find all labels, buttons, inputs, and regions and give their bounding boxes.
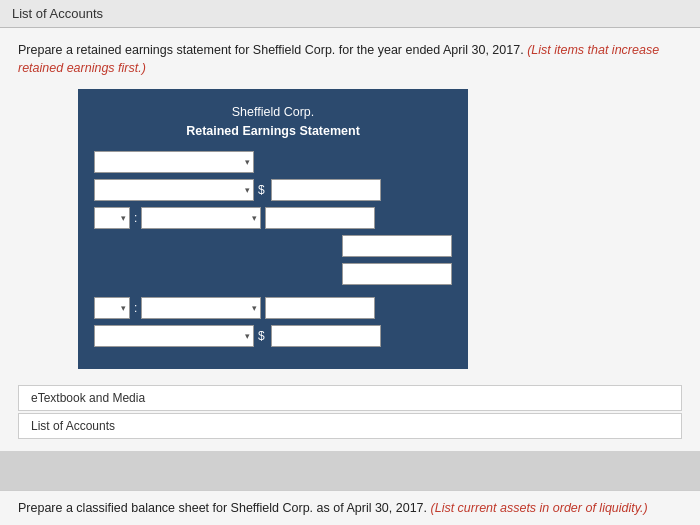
bottom-buttons: eTextbook and Media List of Accounts: [18, 385, 682, 441]
row3a-select-wrapper: [141, 297, 261, 319]
instruction-main: Prepare a retained earnings statement fo…: [18, 43, 524, 57]
top-bar-label: List of Accounts: [12, 6, 103, 21]
etextbook-button[interactable]: eTextbook and Media: [18, 385, 682, 411]
row2a-select-wrapper: [141, 207, 261, 229]
row2a-select[interactable]: [141, 207, 261, 229]
row1-select[interactable]: [94, 179, 254, 201]
row2a: :: [94, 207, 452, 229]
row1-input[interactable]: [271, 179, 381, 201]
row3a-prefix-wrapper: [94, 297, 130, 319]
instruction-text: Prepare a retained earnings statement fo…: [18, 42, 682, 77]
footer-text: Prepare a classified balance sheet for S…: [18, 501, 427, 515]
title-select-wrapper: [94, 151, 254, 173]
statement-heading: Retained Earnings Statement: [94, 122, 452, 141]
top-bar: List of Accounts: [0, 0, 700, 28]
row4-select[interactable]: [94, 325, 254, 347]
row2c: [94, 263, 452, 285]
row2b: [94, 235, 452, 257]
main-content: Prepare a retained earnings statement fo…: [0, 28, 700, 451]
row2a-colon: :: [134, 211, 137, 225]
statement-box: Sheffield Corp. Retained Earnings Statem…: [78, 89, 468, 369]
row3a-colon: :: [134, 301, 137, 315]
row1-dollar: $: [258, 183, 265, 197]
row4: $: [94, 325, 452, 347]
row2c-input[interactable]: [342, 263, 452, 285]
list-accounts-button[interactable]: List of Accounts: [18, 413, 682, 439]
title-select[interactable]: [94, 151, 254, 173]
row4-dollar: $: [258, 329, 265, 343]
row2a-prefix-select[interactable]: [94, 207, 130, 229]
row1-select-wrapper: [94, 179, 254, 201]
row3a-select[interactable]: [141, 297, 261, 319]
statement-title: Sheffield Corp. Retained Earnings Statem…: [94, 103, 452, 141]
row2a-input[interactable]: [265, 207, 375, 229]
footer-italic: (List current assets in order of liquidi…: [431, 501, 648, 515]
row3a-input[interactable]: [265, 297, 375, 319]
row3a: :: [94, 297, 452, 319]
title-row: [94, 151, 452, 173]
row1: $: [94, 179, 452, 201]
row4-input[interactable]: [271, 325, 381, 347]
row2a-prefix-wrapper: [94, 207, 130, 229]
row2b-input[interactable]: [342, 235, 452, 257]
company-name: Sheffield Corp.: [94, 103, 452, 122]
row3a-prefix-select[interactable]: [94, 297, 130, 319]
footer: Prepare a classified balance sheet for S…: [0, 490, 700, 525]
row4-select-wrapper: [94, 325, 254, 347]
